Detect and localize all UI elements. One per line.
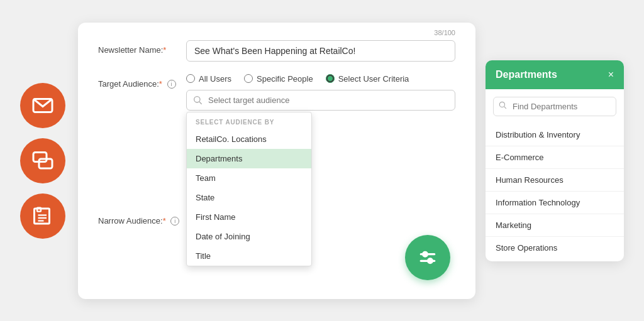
radio-all-users[interactable]: All Users	[186, 74, 231, 84]
target-info-icon[interactable]: i	[167, 80, 176, 89]
radio-group: All Users Specific People Select User Cr…	[186, 74, 455, 84]
target-audience-label: Target Audience:* i	[98, 74, 186, 89]
departments-close-button[interactable]: ×	[608, 70, 614, 80]
radio-select-criteria[interactable]: Select User Criteria	[326, 74, 409, 84]
newsletter-input-wrapper: 38/100	[186, 40, 455, 62]
audience-search-wrapper: SELECT AUDIENCE BY RetailCo. Locations D…	[186, 90, 455, 111]
chat-icon	[31, 150, 54, 172]
filter-icon	[418, 248, 438, 268]
dropdown-item-locations[interactable]: RetailCo. Locations	[187, 129, 311, 149]
icons-column	[20, 83, 65, 239]
dropdown-item-departments[interactable]: Departments	[187, 149, 311, 168]
target-audience-controls: All Users Specific People Select User Cr…	[186, 74, 455, 111]
svg-point-8	[194, 97, 200, 102]
news-icon	[31, 205, 54, 227]
news-icon-circle	[20, 193, 65, 239]
departments-search-wrapper	[486, 89, 624, 121]
departments-title: Departments	[496, 69, 557, 80]
svg-point-14	[499, 102, 504, 107]
audience-search-icon	[192, 95, 203, 105]
char-count: 38/100	[434, 29, 455, 36]
dropdown-item-firstname[interactable]: First Name	[187, 207, 311, 227]
svg-point-12	[423, 252, 428, 256]
departments-list: Distribution & Inventory E-Commerce Huma…	[486, 121, 624, 261]
svg-line-15	[504, 107, 506, 109]
filter-button[interactable]	[405, 235, 450, 280]
target-audience-row: Target Audience:* i All Users Specific P…	[98, 74, 455, 111]
newsletter-label: Newsletter Name:*	[98, 40, 186, 55]
audience-search-input[interactable]	[186, 90, 455, 111]
departments-header: Departments ×	[486, 60, 624, 89]
svg-point-13	[428, 259, 433, 263]
radio-specific-people-input[interactable]	[244, 74, 253, 83]
dept-item-marketing[interactable]: Marketing	[486, 214, 624, 237]
dropdown-item-team[interactable]: Team	[187, 168, 311, 188]
dropdown-section-label: SELECT AUDIENCE BY	[187, 112, 311, 129]
dropdown-item-joining[interactable]: Date of Joining	[187, 227, 311, 246]
svg-line-9	[199, 102, 202, 104]
mail-icon-circle	[20, 83, 65, 128]
radio-specific-people[interactable]: Specific People	[244, 74, 313, 84]
newsletter-name-input[interactable]	[186, 40, 455, 62]
chat-icon-circle	[20, 138, 65, 183]
audience-dropdown: SELECT AUDIENCE BY RetailCo. Locations D…	[186, 112, 312, 266]
departments-search-icon	[498, 101, 507, 109]
dept-item-distribution[interactable]: Distribution & Inventory	[486, 124, 624, 146]
dropdown-item-state[interactable]: State	[187, 188, 311, 207]
outer-container: Newsletter Name:* 38/100 Target Audience…	[20, 23, 624, 299]
radio-select-criteria-input[interactable]	[326, 74, 335, 83]
dept-item-it[interactable]: Information Technology	[486, 192, 624, 214]
dept-item-hr[interactable]: Human Resources	[486, 169, 624, 192]
dropdown-item-title[interactable]: Title	[187, 246, 311, 266]
newsletter-name-row: Newsletter Name:* 38/100	[98, 40, 455, 62]
departments-panel: Departments × Distribution & Inventory E…	[486, 60, 624, 261]
dept-item-ecommerce[interactable]: E-Commerce	[486, 146, 624, 169]
narrow-audience-label: Narrow Audience:* i	[98, 211, 186, 226]
narrow-info-icon[interactable]: i	[170, 217, 179, 226]
main-form-card: Newsletter Name:* 38/100 Target Audience…	[78, 23, 475, 299]
departments-search-input[interactable]	[493, 97, 616, 116]
radio-all-users-input[interactable]	[186, 74, 195, 83]
dept-item-store-ops[interactable]: Store Operations	[486, 237, 624, 259]
mail-icon	[31, 94, 54, 117]
